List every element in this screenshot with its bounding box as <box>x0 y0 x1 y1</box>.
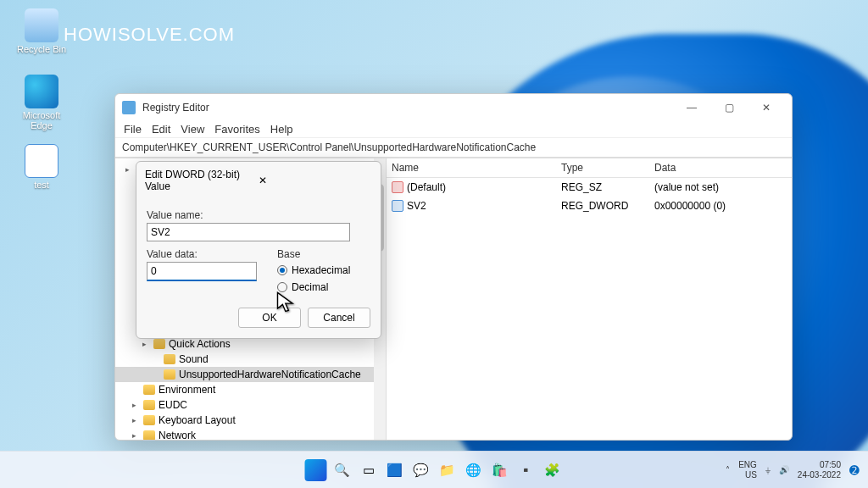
titlebar[interactable]: Registry Editor — ▢ ✕ <box>115 94 792 121</box>
explorer-icon[interactable]: 📁 <box>437 459 459 481</box>
notification-badge[interactable]: ➋ <box>849 463 860 477</box>
dialog-title: Edit DWORD (32-bit) Value <box>145 169 259 192</box>
edit-dword-dialog: Edit DWORD (32-bit) Value ✕ Value name: … <box>136 161 381 339</box>
value-name-field[interactable] <box>147 223 350 241</box>
volume-icon[interactable]: 🔊 <box>779 465 789 474</box>
folder-icon <box>143 385 155 395</box>
tree-row[interactable]: ▸Network <box>115 428 386 440</box>
language-indicator[interactable]: ENG US <box>738 460 757 480</box>
menu-edit[interactable]: Edit <box>152 123 170 136</box>
list-header[interactable]: Name Type Data <box>387 158 792 178</box>
tree-row[interactable]: Sound <box>115 352 386 367</box>
menu-file[interactable]: File <box>124 123 142 136</box>
desktop-icon-label: Recycle Bin <box>12 44 71 54</box>
tree-row-selected[interactable]: UnsupportedHardwareNotificationCache <box>115 367 386 382</box>
address-bar[interactable]: Computer\HKEY_CURRENT_USER\Control Panel… <box>115 138 792 158</box>
minimize-button[interactable]: — <box>673 95 710 120</box>
list-row[interactable]: SV2 REG_DWORD 0x00000000 (0) <box>387 197 792 215</box>
chat-icon[interactable]: 💬 <box>410 459 432 481</box>
chevron-up-icon[interactable]: ˄ <box>726 465 730 474</box>
dialog-close-button[interactable]: ✕ <box>259 175 372 186</box>
tree-row[interactable]: ▸Keyboard Layout <box>115 413 386 428</box>
network-icon[interactable]: ⏚ <box>765 465 771 474</box>
dialog-titlebar[interactable]: Edit DWORD (32-bit) Value ✕ <box>136 162 381 199</box>
value-list[interactable]: Name Type Data (Default) REG_SZ (value n… <box>387 158 792 440</box>
search-icon[interactable]: 🔍 <box>331 459 353 481</box>
value-data-label: Value data: <box>147 248 257 260</box>
menu-view[interactable]: View <box>181 123 204 136</box>
folder-icon <box>143 415 155 425</box>
window-title: Registry Editor <box>142 102 673 114</box>
tree-row[interactable]: Environment <box>115 382 386 397</box>
value-name-label: Value name: <box>147 209 370 221</box>
store-icon[interactable]: 🛍️ <box>489 459 511 481</box>
col-type[interactable]: Type <box>556 158 649 177</box>
menu-favorites[interactable]: Favorites <box>214 123 259 136</box>
radio-hexadecimal[interactable]: Hexadecimal <box>277 262 350 279</box>
desktop-icon-test[interactable]: test <box>12 144 71 190</box>
folder-icon <box>143 400 155 410</box>
folder-icon <box>164 369 175 380</box>
recycle-bin-icon <box>25 8 58 42</box>
edge-taskbar-icon[interactable]: 🌐 <box>463 459 485 481</box>
mouse-cursor <box>275 291 298 314</box>
value-data-field[interactable] <box>147 262 257 281</box>
edge-icon <box>25 75 58 108</box>
widgets-icon[interactable]: 🟦 <box>384 459 406 481</box>
app-icon[interactable]: 🧩 <box>542 459 564 481</box>
radio-icon <box>277 265 287 275</box>
menubar: File Edit View Favorites Help <box>115 121 792 138</box>
col-name[interactable]: Name <box>387 158 556 177</box>
string-value-icon <box>392 181 403 193</box>
folder-icon <box>153 339 165 349</box>
start-button[interactable] <box>305 459 327 481</box>
maximize-button[interactable]: ▢ <box>710 95 748 120</box>
clock[interactable]: 07:50 24-03-2022 <box>798 460 841 480</box>
tree-row[interactable]: ▸EUDC <box>115 397 386 413</box>
desktop-icon-edge[interactable]: Microsoft Edge <box>12 75 71 130</box>
taskbar[interactable]: 🔍 ▭ 🟦 💬 📁 🌐 🛍️ ▪️ 🧩 ˄ ENG US ⏚ 🔊 07:50 2… <box>0 451 868 488</box>
cancel-button[interactable]: Cancel <box>308 308 370 328</box>
dword-value-icon <box>392 200 403 212</box>
task-view-icon[interactable]: ▭ <box>358 459 380 481</box>
terminal-icon[interactable]: ▪️ <box>515 459 537 481</box>
desktop-icon-label: Microsoft Edge <box>12 110 71 130</box>
taskbar-center: 🔍 ▭ 🟦 💬 📁 🌐 🛍️ ▪️ 🧩 <box>305 459 564 481</box>
list-row[interactable]: (Default) REG_SZ (value not set) <box>387 178 792 197</box>
base-label: Base <box>277 248 350 260</box>
folder-icon <box>164 354 175 364</box>
desktop-icon-recycle-bin[interactable]: Recycle Bin <box>12 8 71 54</box>
system-tray[interactable]: ˄ ENG US ⏚ 🔊 07:50 24-03-2022 ➋ <box>726 460 860 480</box>
col-data[interactable]: Data <box>649 158 743 177</box>
watermark: HOWISOLVE.COM <box>64 24 235 46</box>
regedit-icon <box>122 101 136 114</box>
close-button[interactable]: ✕ <box>748 95 785 120</box>
file-icon <box>25 144 58 178</box>
desktop-icon-label: test <box>12 180 71 190</box>
folder-icon <box>143 430 155 440</box>
menu-help[interactable]: Help <box>270 123 293 136</box>
